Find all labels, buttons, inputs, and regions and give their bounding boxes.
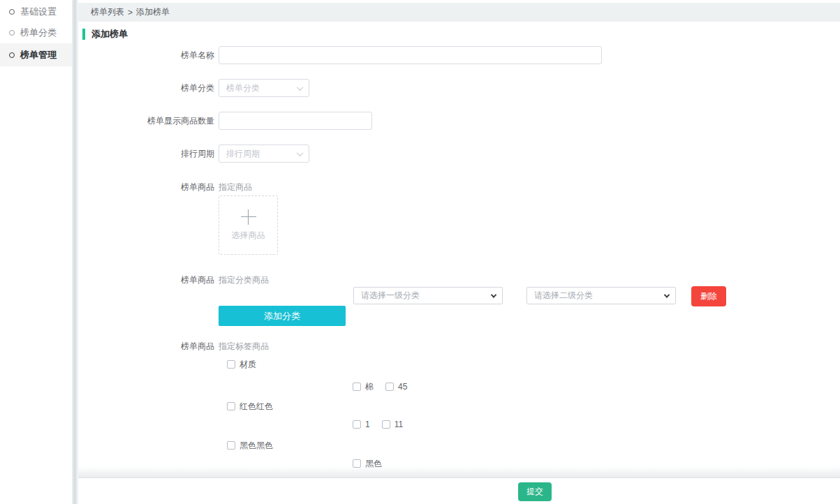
- field-row-category-goods-label: 榜单商品 指定分类商品: [78, 274, 840, 286]
- tag-child-label: 11: [395, 420, 403, 429]
- level2-category-select[interactable]: 请选择二级分类: [526, 287, 676, 304]
- name-label: 榜单名称: [78, 46, 214, 64]
- tag-child-checkbox[interactable]: [353, 420, 361, 429]
- sidebar-item-list-management[interactable]: 榜单管理: [0, 43, 72, 66]
- goods-sublabel-specified: 指定商品: [219, 181, 252, 193]
- circle-icon: [9, 30, 15, 36]
- tag-group-checkbox[interactable]: [227, 441, 235, 450]
- page-title: 添加榜单: [91, 28, 128, 40]
- tag-child-label: 45: [398, 382, 407, 392]
- tag-child-label: 1: [365, 420, 370, 429]
- chevron-down-icon: [297, 84, 304, 91]
- field-row-name: 榜单名称: [78, 46, 840, 64]
- sidebar-item-label: 基础设置: [20, 6, 57, 18]
- tag-child-checkbox[interactable]: [353, 383, 361, 391]
- chevron-down-icon: [491, 292, 496, 297]
- goods-label: 榜单商品: [78, 340, 214, 353]
- cycle-select-placeholder: 排行周期: [226, 148, 260, 160]
- sidebar-item-label: 榜单分类: [20, 27, 57, 39]
- main-content: 榜单列表 > 添加榜单 添加榜单 榜单名称 榜单分类 榜单分类 榜单显示商品数量: [78, 0, 840, 504]
- tag-children-row: 棉 45: [353, 381, 415, 392]
- tag-group-row: 材质: [227, 359, 256, 370]
- delete-category-button[interactable]: 删除: [691, 286, 726, 306]
- tag-group-label: 材质: [240, 359, 256, 371]
- chevron-down-icon: [664, 292, 670, 297]
- chevron-down-icon: [297, 149, 304, 156]
- field-row-display-count: 榜单显示商品数量: [78, 112, 840, 130]
- name-input[interactable]: [219, 46, 602, 64]
- plus-icon: [241, 209, 256, 225]
- add-ranking-page: 基础设置 榜单分类 榜单管理 榜单列表 > 添加榜单 添加榜单 榜单名称: [0, 0, 840, 504]
- category-select[interactable]: 榜单分类: [219, 79, 309, 97]
- cycle-select[interactable]: 排行周期: [219, 144, 309, 163]
- level2-category-placeholder: 请选择二级分类: [534, 290, 593, 302]
- breadcrumb-current: 添加榜单: [136, 6, 170, 18]
- tag-group-label: 红色红色: [240, 401, 273, 413]
- select-products-picker[interactable]: 选择商品: [219, 195, 278, 255]
- tag-group-label: 黑色黑色: [240, 440, 273, 452]
- goods-label: 榜单商品: [78, 181, 214, 193]
- breadcrumb-separator: >: [128, 8, 133, 17]
- circle-icon: [9, 52, 15, 58]
- tag-group-row: 红色红色: [227, 401, 273, 412]
- picker-text: 选择商品: [232, 230, 265, 242]
- footer-divider: [78, 466, 840, 478]
- tag-children-row: 1 11: [353, 419, 411, 430]
- sidebar-item-label: 榜单管理: [20, 49, 57, 61]
- goods-sublabel-category: 指定分类商品: [219, 274, 269, 286]
- cycle-label: 排行周期: [78, 144, 214, 163]
- field-row-tag-goods-label: 榜单商品 指定标签商品: [78, 340, 840, 353]
- sidebar-divider: [72, 0, 78, 504]
- goods-label: 榜单商品: [78, 274, 214, 286]
- tag-group-checkbox[interactable]: [227, 360, 235, 369]
- field-row-category: 榜单分类 榜单分类: [78, 79, 840, 97]
- field-row-specified-goods-label: 榜单商品 指定商品: [78, 181, 840, 193]
- tag-child-checkbox[interactable]: [385, 383, 394, 391]
- tag-child-label: 棉: [365, 381, 374, 393]
- circle-icon: [9, 9, 15, 15]
- breadcrumb-link-list[interactable]: 榜单列表: [91, 6, 124, 18]
- field-row-cycle: 排行周期 排行周期: [78, 144, 840, 163]
- display-count-input[interactable]: [219, 112, 372, 130]
- breadcrumb: 榜单列表 > 添加榜单: [78, 3, 840, 22]
- display-count-label: 榜单显示商品数量: [78, 112, 214, 130]
- sidebar-item-basic-settings[interactable]: 基础设置: [0, 1, 72, 22]
- tag-group-checkbox[interactable]: [227, 402, 235, 410]
- level1-category-select[interactable]: 请选择一级分类: [353, 287, 503, 304]
- tag-group-row: 黑色黑色: [227, 440, 273, 451]
- section-accent-bar: [82, 29, 85, 40]
- category-select-placeholder: 榜单分类: [226, 82, 260, 94]
- section-header: 添加榜单: [82, 28, 128, 40]
- submit-button[interactable]: 提交: [518, 482, 552, 501]
- goods-sublabel-tag: 指定标签商品: [219, 340, 269, 353]
- category-label: 榜单分类: [78, 79, 214, 97]
- sidebar: 基础设置 榜单分类 榜单管理: [0, 0, 72, 504]
- add-category-button[interactable]: 添加分类: [219, 306, 346, 326]
- level1-category-placeholder: 请选择一级分类: [361, 290, 420, 302]
- sidebar-item-list-category[interactable]: 榜单分类: [0, 22, 72, 43]
- tag-child-checkbox[interactable]: [382, 420, 390, 429]
